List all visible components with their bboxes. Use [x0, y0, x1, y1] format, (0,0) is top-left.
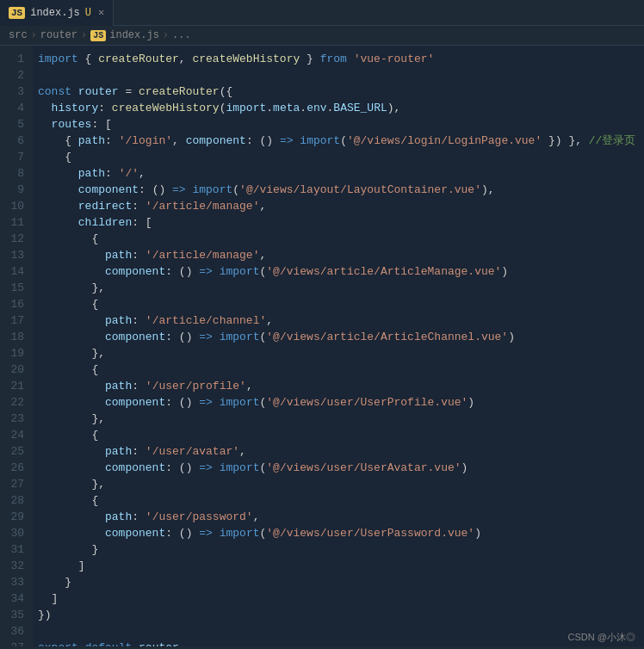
- code-line: ]: [38, 558, 644, 574]
- code-line: ]: [38, 590, 644, 607]
- code-line: {: [38, 231, 644, 247]
- code-line: component: () => import('@/views/user/Us…: [38, 460, 644, 476]
- tab-modified-indicator: U: [85, 7, 91, 19]
- code-line: { path: '/login', component: () => impor…: [38, 133, 644, 149]
- breadcrumb-filename: index.js: [109, 29, 159, 41]
- code-line: {: [38, 492, 644, 509]
- code-line: path: '/user/password',: [38, 509, 644, 525]
- code-line: }: [38, 541, 644, 558]
- breadcrumb: src › router › JS index.js › ...: [0, 26, 644, 46]
- code-line: },: [38, 411, 644, 427]
- code-line: path: '/article/channel',: [38, 312, 644, 329]
- code-line: path: '/article/manage',: [38, 247, 644, 263]
- code-line: import { createRouter, createWebHistory …: [38, 51, 644, 67]
- code-line: history: createWebHistory(import.meta.en…: [38, 100, 644, 116]
- code-line: }: [38, 574, 644, 590]
- code-line: [38, 67, 644, 83]
- code-line: component: () => import('@/views/article…: [38, 263, 644, 280]
- editor-tab[interactable]: JS index.js U ✕: [0, 0, 114, 26]
- js-file-icon: JS: [9, 7, 25, 19]
- code-line: children: [: [38, 214, 644, 231]
- code-line: {: [38, 427, 644, 443]
- code-line: component: () => import('@/views/user/Us…: [38, 394, 644, 411]
- code-content[interactable]: import { createRouter, createWebHistory …: [33, 46, 644, 646]
- breadcrumb-ellipsis: ...: [172, 29, 191, 41]
- code-line: },: [38, 345, 644, 362]
- breadcrumb-js-icon: JS: [90, 30, 106, 41]
- breadcrumb-sep3: ›: [163, 29, 169, 41]
- code-line: component: () => import('@/views/article…: [38, 329, 644, 345]
- code-line: },: [38, 476, 644, 492]
- code-line: {: [38, 149, 644, 165]
- code-area: 1234567891011121314151617181920212223242…: [0, 46, 644, 646]
- code-line: routes: [: [38, 116, 644, 133]
- tab-close-button[interactable]: ✕: [98, 6, 104, 19]
- code-line: path: '/user/avatar',: [38, 443, 644, 460]
- breadcrumb-router: router: [40, 29, 77, 41]
- watermark: CSDN @小沐◎: [568, 631, 635, 644]
- breadcrumb-sep2: ›: [81, 29, 87, 41]
- code-line: export default router: [38, 640, 644, 646]
- breadcrumb-src: src: [9, 29, 28, 41]
- line-numbers: 1234567891011121314151617181920212223242…: [0, 46, 33, 646]
- code-line: [38, 623, 644, 640]
- code-line: {: [38, 296, 644, 312]
- code-line: }): [38, 607, 644, 623]
- tab-filename: index.js: [30, 7, 80, 19]
- code-line: path: '/user/profile',: [38, 378, 644, 394]
- code-line: path: '/',: [38, 165, 644, 182]
- breadcrumb-sep1: ›: [31, 29, 37, 41]
- code-line: redirect: '/article/manage',: [38, 198, 644, 214]
- code-line: {: [38, 362, 644, 378]
- title-bar: JS index.js U ✕: [0, 0, 644, 26]
- code-line: component: () => import('@/views/user/Us…: [38, 525, 644, 541]
- code-line: component: () => import('@/views/layout/…: [38, 182, 644, 198]
- code-line: const router = createRouter({: [38, 83, 644, 100]
- code-line: },: [38, 280, 644, 296]
